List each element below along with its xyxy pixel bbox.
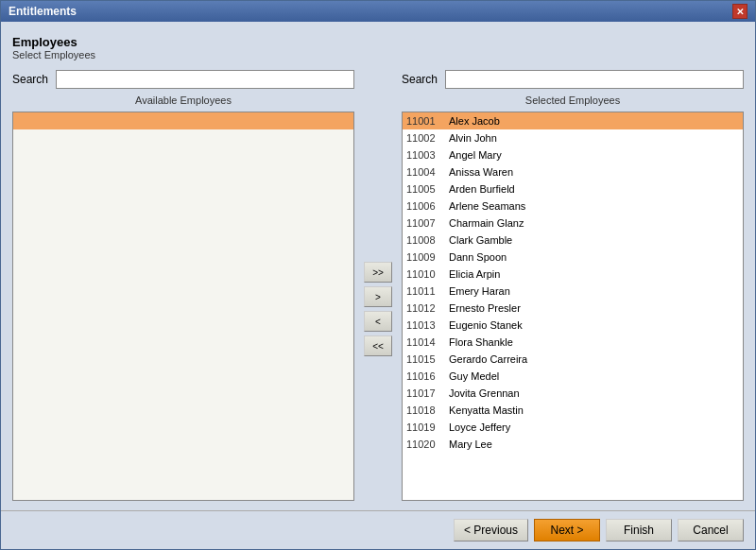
available-employees-list (12, 112, 354, 501)
transfer-buttons: >> > < << (354, 70, 402, 501)
employee-name: Alex Jacob (449, 115, 500, 127)
list-item[interactable]: 11006Arlene Seamans (403, 198, 743, 215)
move-all-right-button[interactable]: >> (364, 262, 392, 283)
list-item[interactable]: 11003Angel Mary (403, 146, 743, 163)
employee-id: 11014 (406, 336, 449, 348)
selected-employees-label: Selected Employees (402, 93, 744, 108)
employee-name: Clark Gamble (449, 234, 512, 246)
list-item[interactable]: 11015Gerardo Carreira (403, 351, 743, 368)
employee-name: Alvin John (449, 132, 497, 144)
list-item[interactable]: 11002Alvin John (403, 129, 743, 146)
employee-name: Anissa Waren (449, 166, 513, 178)
employee-id: 11011 (406, 285, 449, 297)
right-search-row: Search (402, 70, 744, 89)
employee-id: 11013 (406, 319, 449, 331)
employee-name: Mary Lee (449, 438, 492, 450)
employee-id: 11002 (406, 132, 449, 144)
move-left-button[interactable]: < (364, 311, 392, 332)
list-item[interactable]: 11019Loyce Jeffery (403, 419, 743, 436)
list-item[interactable]: 11020Mary Lee (403, 436, 743, 453)
list-item[interactable]: 11010Elicia Arpin (403, 266, 743, 283)
employee-name: Eugenio Stanek (449, 319, 523, 331)
next-button[interactable]: Next > (534, 519, 600, 541)
employee-name: Jovita Grennan (449, 387, 520, 399)
employee-name: Gerardo Carreira (449, 353, 527, 365)
employee-id: 11004 (406, 166, 449, 178)
dialog-title: Entitlements (9, 5, 77, 18)
employee-id: 11009 (406, 251, 449, 263)
employee-name: Arlene Seamans (449, 200, 525, 212)
employee-id: 11018 (406, 404, 449, 416)
list-item[interactable]: 11007Charmain Glanz (403, 215, 743, 232)
section-subtitle: Select Employees (12, 49, 744, 60)
move-right-button[interactable]: > (364, 286, 392, 307)
employee-id: 11005 (406, 183, 449, 195)
selected-employees-list: 11001Alex Jacob11002Alvin John11003Angel… (402, 112, 744, 501)
employee-name: Elicia Arpin (449, 268, 500, 280)
list-item[interactable]: 11001Alex Jacob (403, 112, 743, 129)
employee-id: 11016 (406, 370, 449, 382)
employee-id: 11020 (406, 438, 449, 450)
dialog-content: Employees Select Employees Search Availa… (1, 22, 755, 510)
employee-name: Emery Haran (449, 285, 510, 297)
cancel-button[interactable]: Cancel (678, 519, 744, 541)
list-item[interactable]: 11009Dann Spoon (403, 249, 743, 266)
available-employees-label: Available Employees (12, 93, 354, 108)
employee-id: 11017 (406, 387, 449, 399)
employee-id: 11006 (406, 200, 449, 212)
available-empty-row (13, 112, 353, 129)
title-bar: Entitlements ✕ (1, 1, 755, 22)
employee-id: 11015 (406, 353, 449, 365)
previous-button[interactable]: < Previous (454, 519, 528, 541)
left-panel: Search Available Employees (12, 70, 354, 501)
list-item[interactable]: 11018Kenyatta Mastin (403, 402, 743, 419)
employee-name: Charmain Glanz (449, 217, 524, 229)
list-item[interactable]: 11016Guy Medel (403, 368, 743, 385)
employee-id: 11010 (406, 268, 449, 280)
list-item[interactable]: 11013Eugenio Stanek (403, 317, 743, 334)
employee-name: Guy Medel (449, 370, 499, 382)
move-all-left-button[interactable]: << (364, 335, 392, 356)
section-header: Employees Select Employees (12, 31, 744, 62)
right-search-input[interactable] (445, 70, 744, 89)
list-item[interactable]: 11012Ernesto Presler (403, 300, 743, 317)
list-item[interactable]: 11008Clark Gamble (403, 232, 743, 249)
list-item[interactable]: 11014Flora Shankle (403, 334, 743, 351)
right-panel: Search Selected Employees 11001Alex Jaco… (402, 70, 744, 501)
right-search-label: Search (402, 73, 439, 86)
employee-id: 11001 (406, 115, 449, 127)
left-search-row: Search (12, 70, 354, 89)
left-search-input[interactable] (56, 70, 354, 89)
footer: < Previous Next > Finish Cancel (1, 510, 755, 549)
employee-id: 11007 (406, 217, 449, 229)
list-item[interactable]: 11011Emery Haran (403, 283, 743, 300)
employee-name: Kenyatta Mastin (449, 404, 524, 416)
dialog-container: Entitlements ✕ Employees Select Employee… (0, 0, 756, 550)
list-item[interactable]: 11004Anissa Waren (403, 163, 743, 180)
employee-name: Loyce Jeffery (449, 421, 510, 433)
employee-name: Arden Burfield (449, 183, 515, 195)
employee-id: 11019 (406, 421, 449, 433)
section-title: Employees (12, 35, 744, 49)
employee-name: Flora Shankle (449, 336, 513, 348)
left-search-label: Search (12, 73, 50, 86)
finish-button[interactable]: Finish (606, 519, 672, 541)
selected-employees-scroll[interactable]: 11001Alex Jacob11002Alvin John11003Angel… (403, 112, 743, 500)
employee-name: Angel Mary (449, 149, 502, 161)
available-employees-scroll[interactable] (13, 112, 353, 500)
list-item[interactable]: 11005Arden Burfield (403, 180, 743, 198)
employee-id: 11012 (406, 302, 449, 314)
employee-id: 11003 (406, 149, 449, 161)
main-area: Search Available Employees >> > < << (12, 70, 744, 501)
employee-name: Ernesto Presler (449, 302, 521, 314)
employee-name: Dann Spoon (449, 251, 507, 263)
employee-id: 11008 (406, 234, 449, 246)
close-button[interactable]: ✕ (732, 4, 747, 19)
list-item[interactable]: 11017Jovita Grennan (403, 385, 743, 402)
